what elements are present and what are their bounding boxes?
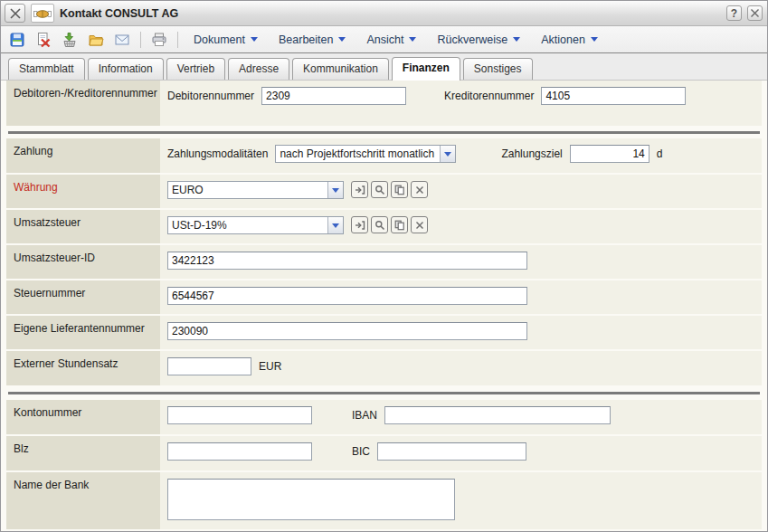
copy-icon	[394, 185, 405, 195]
section-label-cell: Währung	[6, 175, 160, 208]
close-window-button[interactable]	[747, 5, 763, 21]
blz-label: Blz	[14, 442, 29, 455]
tab-information[interactable]: Information	[88, 58, 164, 80]
menu-ansicht[interactable]: Ansicht	[358, 31, 424, 49]
tab-sonstiges[interactable]: Sonstiges	[463, 58, 533, 80]
help-button[interactable]: ?	[726, 5, 742, 21]
steuernummer-input[interactable]	[167, 287, 527, 305]
row-steuernummer: Steuernummer	[6, 280, 762, 314]
chevron-down-icon	[332, 223, 339, 228]
blz-input[interactable]	[167, 442, 312, 461]
print-button[interactable]	[148, 29, 170, 51]
bankname-input[interactable]	[167, 479, 455, 520]
tab-label: Sonstiges	[474, 62, 522, 75]
menu-label: Aktionen	[541, 33, 585, 46]
page-title: Kontakt CONSULT AG	[60, 7, 178, 20]
umsatzsteuer-label: Umsatzsteuer	[14, 216, 81, 229]
tab-kommunikation[interactable]: Kommunikation	[292, 58, 389, 80]
field-cell	[160, 316, 762, 349]
goto-record-button[interactable]	[351, 181, 368, 198]
field-cell: Zahlungsmodalitäten nach Projektfortschr…	[160, 138, 762, 173]
field-cell: BIC	[160, 436, 762, 470]
stundensatz-input[interactable]	[167, 357, 251, 375]
zahlungsziel-unit: d	[657, 147, 663, 160]
close-icon	[9, 7, 22, 20]
section-label-cell: Umsatzsteuer	[6, 210, 160, 243]
kreditorennummer-label: Kreditorennummer	[444, 90, 534, 102]
umsatzsteuer-select[interactable]: USt-D-19%	[167, 216, 344, 234]
titlebar: Kontakt CONSULT AG ?	[1, 1, 767, 26]
debitorennummer-input[interactable]	[261, 87, 406, 105]
basket-download-button[interactable]	[59, 29, 81, 51]
section-divider	[6, 128, 762, 137]
help-icon: ?	[731, 7, 737, 20]
field-cell: IBAN	[160, 400, 762, 434]
lieferantennummer-input[interactable]	[167, 322, 527, 340]
goto-record-icon	[355, 220, 365, 231]
steuernummer-label: Steuernummer	[14, 287, 85, 299]
row-kontonummer: Kontonummer IBAN	[6, 400, 762, 434]
field-cell: USt-D-19%	[160, 210, 762, 243]
copy-button[interactable]	[391, 181, 408, 198]
copy-button[interactable]	[391, 216, 408, 233]
bic-input[interactable]	[377, 442, 526, 461]
waehrung-select[interactable]: EURO	[167, 181, 344, 199]
menu-rueckverweise[interactable]: Rückverweise	[429, 31, 528, 49]
delete-document-icon	[35, 32, 52, 48]
clear-icon	[414, 220, 425, 231]
contact-type-icon-box	[31, 4, 54, 23]
menu-bearbeiten[interactable]: Bearbeiten	[270, 31, 354, 49]
menu-dokument[interactable]: Dokument	[185, 31, 266, 49]
iban-input[interactable]	[384, 406, 611, 424]
copy-icon	[394, 220, 405, 231]
menu-label: Ansicht	[366, 33, 403, 46]
dropdown-button[interactable]	[327, 182, 343, 198]
section-label-cell: Steuernummer	[6, 280, 160, 314]
bic-label: BIC	[352, 445, 370, 458]
selected-value: USt-D-19%	[168, 217, 327, 233]
kreditorennummer-input[interactable]	[541, 87, 686, 105]
mail-button[interactable]	[111, 29, 133, 51]
row-lieferantennummer: Eigene Lieferantennummer	[6, 316, 762, 349]
kontonummer-input[interactable]	[167, 406, 312, 424]
clear-icon	[414, 185, 425, 195]
open-folder-button[interactable]	[85, 29, 107, 51]
tab-label: Stammblatt	[19, 62, 74, 75]
tab-stammblatt[interactable]: Stammblatt	[8, 58, 85, 80]
zahlungsziel-input[interactable]	[570, 145, 649, 163]
tab-vertrieb[interactable]: Vertrieb	[166, 58, 225, 80]
row-umsatzsteuer: Umsatzsteuer USt-D-19%	[6, 210, 762, 243]
chevron-down-icon	[332, 188, 339, 193]
save-button[interactable]	[6, 29, 28, 51]
bankname-label: Name der Bank	[14, 479, 89, 491]
debitorennummer-label: Debitorennummer	[167, 90, 254, 102]
umsatzsteuer-id-input[interactable]	[167, 252, 527, 270]
tab-label: Adresse	[239, 62, 279, 75]
delete-document-button[interactable]	[33, 29, 54, 51]
toolbar: Dokument Bearbeiten Ansicht Rückverweise…	[1, 26, 767, 53]
menu-aktionen[interactable]: Aktionen	[533, 31, 606, 49]
dropdown-button[interactable]	[440, 146, 455, 162]
save-icon	[9, 32, 25, 48]
search-button[interactable]	[371, 216, 388, 233]
dropdown-button[interactable]	[327, 217, 343, 233]
zahlungsmodalitaeten-select[interactable]: nach Projektfortschritt monatlich	[275, 145, 456, 163]
tab-finanzen[interactable]: Finanzen	[392, 57, 460, 81]
chevron-down-icon	[251, 37, 258, 42]
close-icon	[750, 8, 760, 18]
chevron-down-icon	[338, 37, 346, 42]
clear-button[interactable]	[411, 181, 428, 198]
search-button[interactable]	[371, 181, 388, 198]
clear-button[interactable]	[411, 216, 428, 233]
toolbar-separator	[140, 32, 141, 48]
tab-adresse[interactable]: Adresse	[228, 58, 289, 80]
chevron-down-icon	[409, 37, 416, 42]
print-icon	[151, 32, 167, 48]
row-umsatzsteuer-id: Umsatzsteuer-ID	[6, 245, 762, 279]
lookup-actions	[351, 216, 428, 233]
goto-record-button[interactable]	[351, 216, 368, 233]
row-bankname: Name der Bank	[6, 472, 762, 529]
row-stundensatz: Externer Stundensatz EUR	[6, 351, 762, 385]
close-document-button[interactable]	[5, 4, 25, 23]
section-label-cell: Name der Bank	[6, 472, 160, 529]
